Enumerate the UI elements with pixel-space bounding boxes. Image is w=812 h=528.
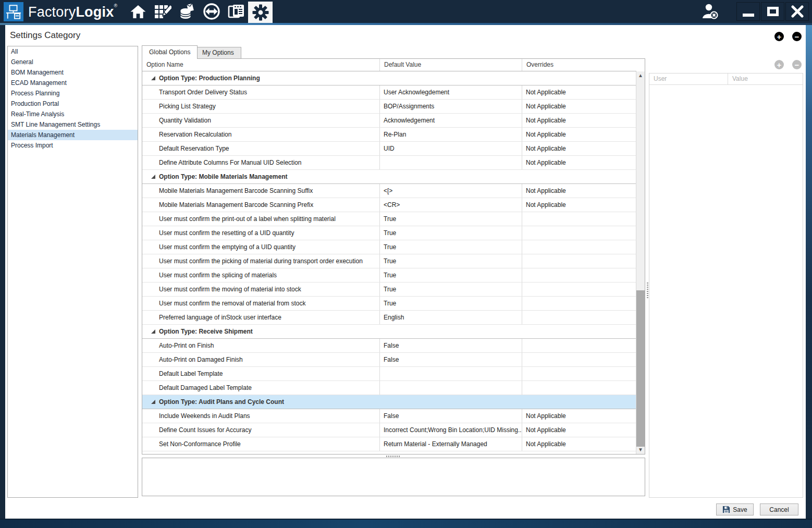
- option-row[interactable]: Picking List StrategyBOP/AssignmentsNot …: [142, 100, 636, 114]
- close-button[interactable]: [785, 2, 809, 21]
- default-value-cell[interactable]: Return Material - Externally Managed: [379, 437, 522, 451]
- option-name-cell[interactable]: Mobile Materials Management Barcode Scan…: [142, 198, 379, 212]
- overrides-cell[interactable]: Not Applicable: [522, 184, 636, 198]
- overrides-cell[interactable]: [522, 254, 636, 268]
- sidebar-item[interactable]: Process Planning: [8, 88, 138, 99]
- overrides-cell[interactable]: Not Applicable: [522, 437, 636, 451]
- column-header-overrides[interactable]: Overrides: [522, 59, 636, 71]
- default-value-cell[interactable]: [379, 156, 522, 169]
- option-name-cell[interactable]: Define Attribute Columns For Manual UID …: [142, 156, 379, 169]
- option-name-cell[interactable]: Default Label Template: [142, 367, 379, 380]
- option-row[interactable]: User must confirm the picking of materia…: [142, 254, 636, 268]
- planning-grid-pencil-icon[interactable]: [150, 0, 175, 23]
- option-name-cell[interactable]: User must confirm the picking of materia…: [142, 254, 379, 268]
- overrides-cell[interactable]: Not Applicable: [522, 85, 636, 99]
- option-row[interactable]: Mobile Materials Management Barcode Scan…: [142, 184, 636, 198]
- option-name-cell[interactable]: Picking List Strategy: [142, 100, 379, 113]
- default-value-cell[interactable]: English: [379, 311, 522, 324]
- option-name-cell[interactable]: Include Weekends in Audit Plans: [142, 409, 379, 423]
- option-name-cell[interactable]: User must confirm the removal of materia…: [142, 297, 379, 310]
- overrides-cell[interactable]: [522, 339, 636, 352]
- group-expander-icon[interactable]: [151, 400, 155, 404]
- default-value-cell[interactable]: True: [379, 297, 522, 310]
- scroll-up-icon[interactable]: ▲: [636, 71, 645, 80]
- option-row[interactable]: Auto-Print on FinishFalse: [142, 339, 636, 353]
- option-row[interactable]: Set Non-Conformance ProfileReturn Materi…: [142, 437, 636, 451]
- add-override-button[interactable]: +: [774, 60, 784, 69]
- default-value-cell[interactable]: Acknowledgement: [379, 114, 522, 127]
- overrides-cell[interactable]: Not Applicable: [522, 198, 636, 212]
- default-value-cell[interactable]: True: [379, 254, 522, 268]
- group-expander-icon[interactable]: [151, 76, 155, 80]
- default-value-cell[interactable]: True: [379, 268, 522, 282]
- option-name-cell[interactable]: User must confirm the emptying of a UID …: [142, 240, 379, 254]
- sidebar-item[interactable]: Production Portal: [8, 99, 138, 109]
- option-name-cell[interactable]: Reservation Recalculation: [142, 128, 379, 141]
- option-name-cell[interactable]: User must confirm the moving of material…: [142, 283, 379, 296]
- option-name-cell[interactable]: Default Damaged Label Template: [142, 381, 379, 395]
- vertical-scrollbar[interactable]: ▲ ▼: [636, 71, 645, 454]
- overrides-cell[interactable]: Not Applicable: [522, 114, 636, 127]
- default-value-cell[interactable]: <[>: [379, 184, 522, 198]
- option-name-cell[interactable]: Transport Order Delivery Status: [142, 85, 379, 99]
- group-expander-icon[interactable]: [151, 175, 155, 179]
- minimize-button[interactable]: [736, 2, 760, 21]
- remove-override-button[interactable]: −: [792, 60, 802, 69]
- option-name-cell[interactable]: Define Count Issues for Accuracy: [142, 423, 379, 437]
- materials-database-icon[interactable]: [175, 0, 199, 23]
- default-value-cell[interactable]: Re-Plan: [379, 128, 522, 141]
- sidebar-item[interactable]: Real-Time Analysis: [8, 109, 138, 119]
- maximize-button[interactable]: [761, 2, 784, 21]
- group-expander-icon[interactable]: [151, 329, 155, 334]
- default-value-cell[interactable]: False: [379, 339, 522, 352]
- option-row[interactable]: User must confirm the splicing of materi…: [142, 268, 636, 283]
- option-row[interactable]: Reservation RecalculationRe-PlanNot Appl…: [142, 128, 636, 142]
- sidebar-item[interactable]: SMT Line Management Settings: [8, 119, 138, 130]
- overrides-cell[interactable]: [522, 212, 636, 226]
- option-row[interactable]: User must confirm the removal of materia…: [142, 297, 636, 311]
- option-row[interactable]: Define Attribute Columns For Manual UID …: [142, 156, 636, 170]
- option-row[interactable]: Default Reservation TypeUIDNot Applicabl…: [142, 142, 636, 156]
- option-name-cell[interactable]: User must confirm the resetting of a UID…: [142, 226, 379, 240]
- default-value-cell[interactable]: True: [379, 240, 522, 254]
- overrides-cell[interactable]: Not Applicable: [522, 100, 636, 113]
- option-group-row[interactable]: Option Type: Mobile Materials Management: [142, 170, 636, 184]
- option-row[interactable]: Include Weekends in Audit PlansFalseNot …: [142, 409, 636, 423]
- column-header-option-name[interactable]: Option Name: [142, 59, 379, 71]
- option-row[interactable]: Transport Order Delivery StatusUser Ackn…: [142, 85, 636, 100]
- default-value-cell[interactable]: BOP/Assignments: [379, 100, 522, 113]
- overrides-cell[interactable]: Not Applicable: [522, 142, 636, 155]
- settings-gear-icon[interactable]: [248, 2, 273, 23]
- sidebar-item[interactable]: General: [8, 57, 138, 67]
- option-row[interactable]: User must confirm the moving of material…: [142, 283, 636, 297]
- overrides-cell[interactable]: [522, 381, 636, 395]
- save-button[interactable]: Save: [716, 504, 754, 515]
- option-name-cell[interactable]: Default Reservation Type: [142, 142, 379, 155]
- sidebar-item[interactable]: All: [8, 46, 138, 57]
- option-name-cell[interactable]: Auto-Print on Finish: [142, 339, 379, 352]
- default-value-cell[interactable]: True: [379, 212, 522, 226]
- sidebar-item[interactable]: ECAD Management: [8, 78, 138, 88]
- option-name-cell[interactable]: User must confirm the print-out of a lab…: [142, 212, 379, 226]
- default-value-cell[interactable]: False: [379, 353, 522, 366]
- option-group-row[interactable]: Option Type: Receive Shipment: [142, 325, 636, 339]
- default-value-cell[interactable]: Incorrect Count;Wrong Bin Location;UID M…: [379, 423, 522, 437]
- overrides-cell[interactable]: [522, 240, 636, 254]
- option-name-cell[interactable]: Mobile Materials Management Barcode Scan…: [142, 184, 379, 198]
- default-value-cell[interactable]: True: [379, 283, 522, 296]
- option-row[interactable]: User must confirm the print-out of a lab…: [142, 212, 636, 226]
- column-header-default-value[interactable]: Default Value: [379, 59, 522, 71]
- overrides-cell[interactable]: [522, 353, 636, 366]
- option-group-row[interactable]: Option Type: Audit Plans and Cycle Count: [142, 395, 636, 409]
- scrollbar-thumb[interactable]: [636, 290, 645, 447]
- option-row[interactable]: Define Count Issues for AccuracyIncorrec…: [142, 423, 636, 437]
- cancel-button[interactable]: Cancel: [760, 504, 798, 515]
- option-row[interactable]: Quantity ValidationAcknowledgementNot Ap…: [142, 114, 636, 128]
- option-row[interactable]: User must confirm the emptying of a UID …: [142, 240, 636, 254]
- sidebar-item[interactable]: Process Import: [8, 140, 138, 151]
- overrides-cell[interactable]: [522, 367, 636, 380]
- tab-global-options[interactable]: Global Options: [142, 45, 198, 59]
- option-row[interactable]: Auto-Print on Damaged FinishFalse: [142, 353, 636, 367]
- tab-my-options[interactable]: My Options: [195, 47, 241, 58]
- overrides-cell[interactable]: [522, 268, 636, 282]
